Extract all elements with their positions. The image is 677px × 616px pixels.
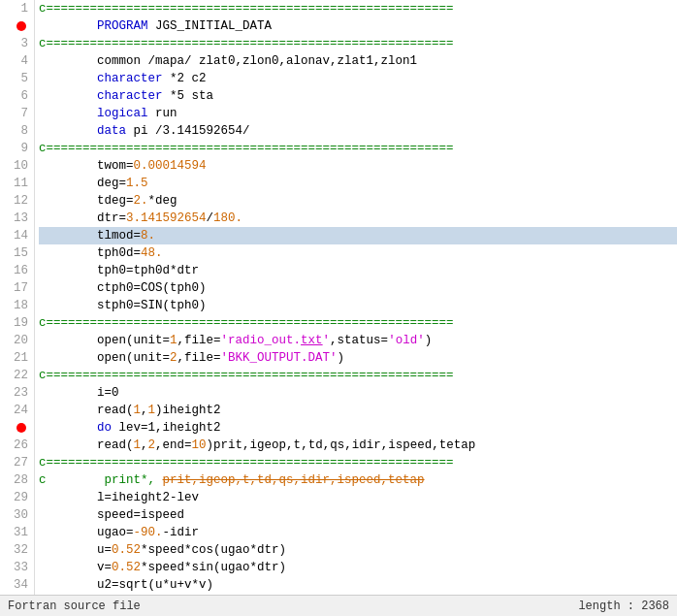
code-line: l=iheight2-lev: [39, 489, 677, 506]
line-number: 32: [6, 541, 28, 559]
line-number: 30: [6, 506, 28, 524]
code-line: read(1,1)iheight2: [39, 402, 677, 419]
code-line: character *2 c2: [39, 70, 677, 87]
code-line: tdeg=2.*deg: [39, 192, 677, 210]
editor-area[interactable]: 1345678910111213141516171819202122232426…: [0, 0, 677, 595]
line-number: [6, 419, 28, 437]
file-type-label: Fortran source file: [8, 600, 141, 613]
line-number: 8: [6, 122, 28, 140]
code-line: c=======================================…: [39, 35, 677, 52]
breakpoint-icon: [16, 423, 26, 433]
code-line: c=======================================…: [39, 0, 677, 17]
code-line: character *5 sta: [39, 87, 677, 105]
line-number: 17: [6, 279, 28, 297]
code-line: c=======================================…: [39, 367, 677, 384]
line-number: 7: [6, 105, 28, 122]
code-line: do lev=1,iheight2: [39, 419, 677, 437]
code-line: open(unit=1,file='radio_out.txt',status=…: [39, 332, 677, 349]
code-line: PROGRAM JGS_INITIAL_DATA: [39, 17, 677, 35]
code-line: ctph0=COS(tph0): [39, 279, 677, 297]
code-line: twom=0.00014594: [39, 157, 677, 175]
line-number: 1: [6, 0, 28, 17]
code-line: deg=1.5: [39, 175, 677, 192]
line-number: 29: [6, 489, 28, 506]
code-line: dtr=3.141592654/180.: [39, 210, 677, 227]
code-line: u2=sqrt(u*u+v*v): [39, 576, 677, 594]
code-line: stph0=SIN(tph0): [39, 297, 677, 314]
code-line: open(unit=2,file='BKK_OUTPUT.DAT'): [39, 349, 677, 367]
line-number: 21: [6, 349, 28, 367]
code-line: c=======================================…: [39, 314, 677, 332]
line-number: 27: [6, 454, 28, 471]
code-area[interactable]: c=======================================…: [35, 0, 677, 595]
code-line: c print*, prit,igeop,t,td,qs,idir,ispeed…: [39, 471, 677, 489]
line-numbers: 1345678910111213141516171819202122232426…: [0, 0, 35, 595]
breakpoint-icon: [16, 21, 26, 31]
line-number: 10: [6, 157, 28, 175]
length-label: length : 2368: [578, 600, 669, 613]
line-number: 6: [6, 87, 28, 105]
code-line: c=======================================…: [39, 454, 677, 471]
line-number: 26: [6, 437, 28, 454]
line-number: 11: [6, 175, 28, 192]
code-line: tph0=tph0d*dtr: [39, 262, 677, 279]
line-number: 23: [6, 384, 28, 402]
code-line: u=0.52*speed*cos(ugao*dtr): [39, 541, 677, 559]
line-number: 9: [6, 140, 28, 157]
code-line: tph0d=48.: [39, 244, 677, 262]
line-number: 5: [6, 70, 28, 87]
line-number: 13: [6, 210, 28, 227]
line-number: 15: [6, 244, 28, 262]
line-number: 34: [6, 576, 28, 594]
line-number: 4: [6, 52, 28, 70]
code-line: tlmod=8.: [39, 227, 677, 244]
code-line: common /mapa/ zlat0,zlon0,alonav,zlat1,z…: [39, 52, 677, 70]
line-number: 28: [6, 471, 28, 489]
line-number: 16: [6, 262, 28, 279]
line-number: 18: [6, 297, 28, 314]
code-line: logical run: [39, 105, 677, 122]
code-line: v=0.52*speed*sin(ugao*dtr): [39, 559, 677, 576]
line-number: [6, 17, 28, 35]
line-number: 12: [6, 192, 28, 210]
code-line: data pi /3.141592654/: [39, 122, 677, 140]
line-number: 33: [6, 559, 28, 576]
line-number: 14: [6, 227, 28, 244]
code-line: read(1,2,end=10)prit,igeop,t,td,qs,idir,…: [39, 437, 677, 454]
line-number: 31: [6, 524, 28, 541]
code-line: i=0: [39, 384, 677, 402]
status-bar: Fortran source file length : 2368: [0, 595, 677, 616]
code-line: ugao=-90.-idir: [39, 524, 677, 541]
code-line: speed=ispeed: [39, 506, 677, 524]
line-number: 3: [6, 35, 28, 52]
code-line: c=======================================…: [39, 140, 677, 157]
line-number: 20: [6, 332, 28, 349]
line-number: 19: [6, 314, 28, 332]
line-number: 24: [6, 402, 28, 419]
line-number: 22: [6, 367, 28, 384]
